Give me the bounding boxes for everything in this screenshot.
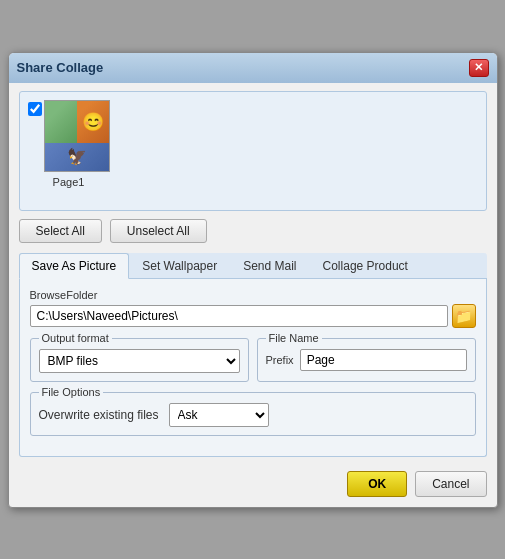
page-checkbox[interactable]: [28, 102, 42, 116]
title-bar: Share Collage ✕: [9, 53, 497, 83]
prefix-label: Prefix: [266, 354, 294, 366]
footer-buttons: OK Cancel: [19, 467, 487, 497]
output-format-select[interactable]: BMP files JPEG files PNG files GIF files: [39, 349, 240, 373]
page-thumbnail: 😊 🦅: [44, 100, 110, 172]
tab-collage-product[interactable]: Collage Product: [310, 253, 421, 279]
smiley-icon: 😊: [82, 111, 104, 133]
page-item: 😊 🦅 Page1: [28, 100, 110, 202]
output-format-legend: Output format: [39, 332, 112, 344]
browse-folder-label: BrowseFolder: [30, 289, 476, 301]
folder-icon: 📁: [455, 308, 472, 324]
output-format-box: Output format BMP files JPEG files PNG f…: [30, 338, 249, 382]
file-options-legend: File Options: [39, 386, 104, 398]
browse-folder-input[interactable]: [30, 305, 448, 327]
thumb-blue-area: 🦅: [45, 143, 109, 171]
browse-folder-button[interactable]: 📁: [452, 304, 476, 328]
share-collage-dialog: Share Collage ✕ 😊 🦅: [8, 52, 498, 508]
file-options-row: Overwrite existing files Ask Always Neve…: [39, 403, 467, 427]
thumb-top: 😊: [45, 101, 109, 143]
select-all-button[interactable]: Select All: [19, 219, 102, 243]
close-button[interactable]: ✕: [469, 59, 489, 77]
format-filename-row: Output format BMP files JPEG files PNG f…: [30, 338, 476, 382]
file-options-box: File Options Overwrite existing files As…: [30, 392, 476, 436]
ok-button[interactable]: OK: [347, 471, 407, 497]
dialog-title: Share Collage: [17, 60, 104, 75]
thumb-green-area: [45, 101, 77, 143]
dialog-body: 😊 🦅 Page1 Select All Unselect All Save A…: [9, 83, 497, 507]
cancel-button[interactable]: Cancel: [415, 471, 486, 497]
tab-set-wallpaper[interactable]: Set Wallpaper: [129, 253, 230, 279]
overwrite-select[interactable]: Ask Always Never: [169, 403, 269, 427]
tab-save-as-picture[interactable]: Save As Picture: [19, 253, 130, 279]
thumb-orange-area: 😊: [77, 101, 109, 143]
pages-area: 😊 🦅 Page1: [19, 91, 487, 211]
page-label: Page1: [53, 176, 85, 188]
overwrite-label: Overwrite existing files: [39, 408, 159, 422]
file-name-legend: File Name: [266, 332, 322, 344]
thumbnail-wrapper: 😊 🦅: [28, 100, 110, 172]
bird-icon: 🦅: [67, 147, 87, 166]
file-name-box: File Name Prefix: [257, 338, 476, 382]
tab-send-mail[interactable]: Send Mail: [230, 253, 309, 279]
prefix-row: Prefix: [266, 349, 467, 371]
prefix-input[interactable]: [300, 349, 467, 371]
unselect-all-button[interactable]: Unselect All: [110, 219, 207, 243]
tab-bar: Save As Picture Set Wallpaper Send Mail …: [19, 253, 487, 279]
tab-content-save-as-picture: BrowseFolder 📁 Output format BMP files J…: [19, 279, 487, 457]
browse-folder-row: 📁: [30, 304, 476, 328]
select-buttons-row: Select All Unselect All: [19, 219, 487, 243]
